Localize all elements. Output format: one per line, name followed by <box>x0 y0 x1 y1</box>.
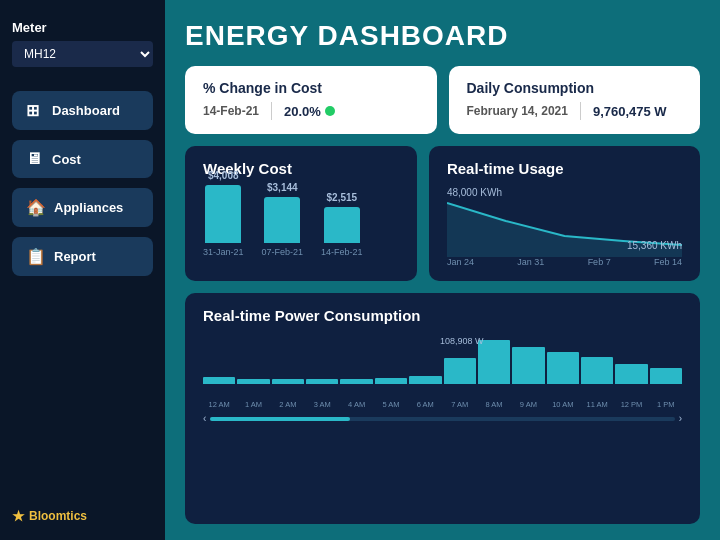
cost-change-pct: 20.0% <box>284 104 321 119</box>
power-xlabel: 7 AM <box>444 400 476 409</box>
divider2 <box>580 102 581 120</box>
daily-consumption-card: Daily Consumption February 14, 2021 9,76… <box>449 66 701 134</box>
green-dot-icon <box>325 106 335 116</box>
power-consumption-card: Real-time Power Consumption 108,908 W 12… <box>185 293 700 524</box>
main-content: ENERGY DASHBOARD % Change in Cost 14-Feb… <box>165 0 720 540</box>
daily-row: February 14, 2021 9,760,475 W <box>467 102 683 120</box>
power-bar-rect <box>203 377 235 384</box>
nav-cost[interactable]: 🖥 Cost <box>12 140 153 178</box>
power-bar-rect <box>375 378 407 384</box>
meter-label: Meter <box>12 20 153 35</box>
brand-name: Bloomtics <box>29 509 87 523</box>
page-title: ENERGY DASHBOARD <box>185 20 700 52</box>
cost-change-card: % Change in Cost 14-Feb-21 20.0% <box>185 66 437 134</box>
report-icon: 📋 <box>26 247 46 266</box>
power-bar-rect <box>547 352 579 384</box>
bar-label-top: $3,144 <box>267 182 298 193</box>
line-xaxis: Jan 24Jan 31Feb 7Feb 14 <box>447 257 682 267</box>
power-xlabel: 9 AM <box>512 400 544 409</box>
bar-label-top: $2,515 <box>327 192 358 203</box>
power-title: Real-time Power Consumption <box>203 307 682 324</box>
nav-dashboard-label: Dashboard <box>52 103 120 118</box>
power-xlabel: 11 AM <box>581 400 613 409</box>
cost-change-date: 14-Feb-21 <box>203 104 259 118</box>
bar-label-bot: 31-Jan-21 <box>203 247 244 257</box>
line-ymin: 15,360 KWh <box>627 240 682 251</box>
top-row: % Change in Cost 14-Feb-21 20.0% Daily C… <box>185 66 700 134</box>
bar-group: $2,51514-Feb-21 <box>321 192 363 257</box>
power-bar-rect <box>306 379 338 384</box>
scroll-left-icon[interactable]: ‹ <box>203 413 206 424</box>
power-xlabel: 10 AM <box>547 400 579 409</box>
nav-cost-label: Cost <box>52 152 81 167</box>
weekly-cost-card: Weekly Cost $4,00831-Jan-21$3,14407-Feb-… <box>185 146 417 281</box>
bar-label-bot: 14-Feb-21 <box>321 247 363 257</box>
power-xlabel: 1 PM <box>650 400 682 409</box>
power-bar-rect <box>650 368 682 385</box>
scroll-right-icon[interactable]: › <box>679 413 682 424</box>
power-xlabel: 12 PM <box>615 400 647 409</box>
bar-rect <box>205 185 241 243</box>
bar-chart: $4,00831-Jan-21$3,14407-Feb-21$2,51514-F… <box>203 187 399 257</box>
power-xlabel: 5 AM <box>375 400 407 409</box>
scrollbar-row: ‹ › <box>203 413 682 424</box>
bar-label-bot: 07-Feb-21 <box>262 247 304 257</box>
scrollbar-thumb <box>210 417 349 421</box>
power-xlabel: 3 AM <box>306 400 338 409</box>
power-xlabel: 2 AM <box>272 400 304 409</box>
power-bar-rect <box>272 379 304 384</box>
nav-appliances-label: Appliances <box>54 200 123 215</box>
realtime-usage-title: Real-time Usage <box>447 160 682 177</box>
divider <box>271 102 272 120</box>
cost-change-row: 14-Feb-21 20.0% <box>203 102 419 120</box>
power-xlabel: 6 AM <box>409 400 441 409</box>
star-icon: ★ <box>12 508 25 524</box>
power-bar-rect <box>340 379 372 385</box>
line-xlabel: Feb 7 <box>588 257 611 267</box>
mid-row: Weekly Cost $4,00831-Jan-21$3,14407-Feb-… <box>185 146 700 281</box>
line-chart-area: 48,000 KWh 15,360 KWh Jan 24Jan 31Feb 7F… <box>447 187 682 267</box>
power-xlabel: 1 AM <box>237 400 269 409</box>
power-bar-rect <box>512 347 544 384</box>
daily-value: 9,760,475 W <box>593 104 667 119</box>
power-bar-rect <box>615 364 647 384</box>
sidebar: Meter MH12 ⊞ Dashboard 🖥 Cost 🏠 Applianc… <box>0 0 165 540</box>
power-bar-rect <box>237 379 269 385</box>
scrollbar-track[interactable] <box>210 417 674 421</box>
nav-dashboard[interactable]: ⊞ Dashboard <box>12 91 153 130</box>
power-xlabel: 12 AM <box>203 400 235 409</box>
cost-icon: 🖥 <box>26 150 44 168</box>
nav-report-label: Report <box>54 249 96 264</box>
meter-select[interactable]: MH12 <box>12 41 153 67</box>
daily-date: February 14, 2021 <box>467 104 568 118</box>
bar-group: $4,00831-Jan-21 <box>203 170 244 257</box>
power-bar-rect <box>444 358 476 384</box>
nav-appliances[interactable]: 🏠 Appliances <box>12 188 153 227</box>
dashboard-icon: ⊞ <box>26 101 44 120</box>
line-xlabel: Jan 31 <box>517 257 544 267</box>
power-xlabel: 4 AM <box>340 400 372 409</box>
line-xlabel: Feb 14 <box>654 257 682 267</box>
power-chart-area: 108,908 W <box>203 336 682 398</box>
line-ymax: 48,000 KWh <box>447 187 502 198</box>
realtime-usage-card: Real-time Usage 48,000 KWh 15,360 KWh Ja… <box>429 146 700 281</box>
power-xaxis: 12 AM1 AM2 AM3 AM4 AM5 AM6 AM7 AM8 AM9 A… <box>203 400 682 409</box>
power-bar-rect <box>478 340 510 384</box>
power-peak-label: 108,908 W <box>440 336 484 346</box>
brand-footer: ★ Bloomtics <box>12 508 87 524</box>
cost-change-value: 20.0% <box>284 104 335 119</box>
bar-rect <box>324 207 360 243</box>
nav-report[interactable]: 📋 Report <box>12 237 153 276</box>
cost-change-title: % Change in Cost <box>203 80 419 96</box>
power-bar-rect <box>581 357 613 385</box>
line-xlabel: Jan 24 <box>447 257 474 267</box>
power-xlabel: 8 AM <box>478 400 510 409</box>
appliances-icon: 🏠 <box>26 198 46 217</box>
bar-rect <box>264 197 300 243</box>
bar-group: $3,14407-Feb-21 <box>262 182 304 257</box>
daily-title: Daily Consumption <box>467 80 683 96</box>
power-bar-rect <box>409 376 441 384</box>
bar-label-top: $4,008 <box>208 170 239 181</box>
